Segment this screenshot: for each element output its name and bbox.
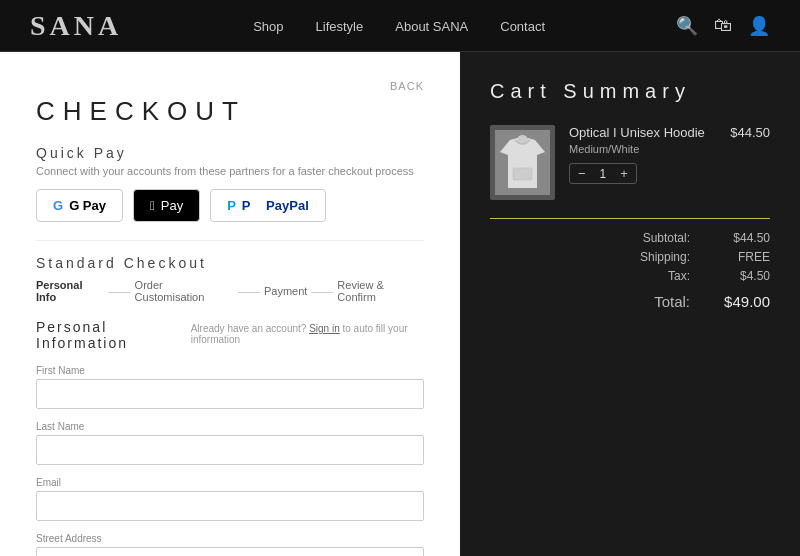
navbar: SANA Shop Lifestyle About SANA Contact 🔍… (0, 0, 800, 52)
step-payment: Payment (264, 285, 307, 297)
subtotal-row: Subtotal: $44.50 (490, 231, 770, 245)
tax-label: Tax: (668, 269, 690, 283)
cart-title: Cart Summary (490, 80, 770, 103)
qty-control: − 1 + (569, 163, 637, 184)
signin-link[interactable]: Sign in (309, 323, 340, 334)
subtotal-value: $44.50 (710, 231, 770, 245)
cart-totals: Subtotal: $44.50 Shipping: FREE Tax: $4.… (490, 231, 770, 310)
first-name-input[interactable] (36, 379, 424, 409)
svg-rect-2 (513, 168, 532, 180)
quick-pay-title: Quick Pay (36, 145, 424, 161)
checkout-panel: BACK CHECKOUT Quick Pay Connect with you… (0, 52, 460, 556)
step-review: Review & Confirm (337, 279, 424, 303)
cart-item-price: $44.50 (730, 125, 770, 140)
cart-panel: Cart Summary Optical I Unisex Hoodie Med… (460, 52, 800, 556)
email-row: Email (36, 477, 424, 521)
svg-point-1 (518, 135, 528, 143)
cart-item-name: Optical I Unisex Hoodie (569, 125, 716, 140)
first-name-row: First Name (36, 365, 424, 409)
shipping-label: Shipping: (640, 250, 690, 264)
nav-about[interactable]: About SANA (395, 19, 468, 34)
shipping-row: Shipping: FREE (490, 250, 770, 264)
personal-info-header: Personal Information Already have an acc… (36, 319, 424, 351)
shipping-value: FREE (710, 250, 770, 264)
cart-icon[interactable]: 🛍 (714, 15, 732, 36)
paypal-button[interactable]: PP PayPal (210, 189, 326, 222)
last-name-row: Last Name (36, 421, 424, 465)
email-input[interactable] (36, 491, 424, 521)
step-personal: Personal Info (36, 279, 105, 303)
cart-item-image (490, 125, 555, 200)
qty-increase-button[interactable]: + (612, 164, 636, 183)
nav-shop[interactable]: Shop (253, 19, 283, 34)
nav-lifestyle[interactable]: Lifestyle (316, 19, 364, 34)
search-icon[interactable]: 🔍 (676, 15, 698, 37)
qty-value: 1 (594, 165, 613, 183)
checkout-title: CHECKOUT (36, 96, 424, 127)
last-name-input[interactable] (36, 435, 424, 465)
quick-pay-desc: Connect with your accounts from these pa… (36, 165, 424, 177)
tax-row: Tax: $4.50 (490, 269, 770, 283)
tax-value: $4.50 (710, 269, 770, 283)
street-label: Street Address (36, 533, 424, 544)
nav-logo: SANA (30, 10, 122, 42)
qty-decrease-button[interactable]: − (570, 164, 594, 183)
subtotal-label: Subtotal: (643, 231, 690, 245)
standard-checkout-title: Standard Checkout (36, 255, 424, 271)
checkout-steps: Personal Info —— Order Customisation —— … (36, 279, 424, 303)
applepay-button[interactable]:  Pay (133, 189, 200, 222)
nav-icons: 🔍 🛍 👤 (676, 15, 770, 37)
cart-divider (490, 218, 770, 219)
personal-info-title: Personal Information (36, 319, 183, 351)
total-label: Total: (654, 293, 690, 310)
first-name-label: First Name (36, 365, 424, 376)
cart-item-details: Optical I Unisex Hoodie Medium/White − 1… (569, 125, 716, 184)
signin-hint: Already have an account? Sign in to auto… (191, 323, 424, 345)
quick-pay-buttons: G G Pay  Pay PP PayPal (36, 189, 424, 222)
nav-links: Shop Lifestyle About SANA Contact (253, 17, 545, 35)
last-name-label: Last Name (36, 421, 424, 432)
cart-item-variant: Medium/White (569, 143, 716, 155)
main-content: BACK CHECKOUT Quick Pay Connect with you… (0, 52, 800, 556)
total-value: $49.00 (710, 293, 770, 310)
nav-contact[interactable]: Contact (500, 19, 545, 34)
total-row: Total: $49.00 (490, 293, 770, 310)
email-label: Email (36, 477, 424, 488)
step-order: Order Customisation (135, 279, 234, 303)
user-icon[interactable]: 👤 (748, 15, 770, 37)
back-link[interactable]: BACK (390, 80, 424, 92)
cart-item: Optical I Unisex Hoodie Medium/White − 1… (490, 125, 770, 200)
street-input[interactable] (36, 547, 424, 556)
gpay-button[interactable]: G G Pay (36, 189, 123, 222)
street-row: Street Address (36, 533, 424, 556)
